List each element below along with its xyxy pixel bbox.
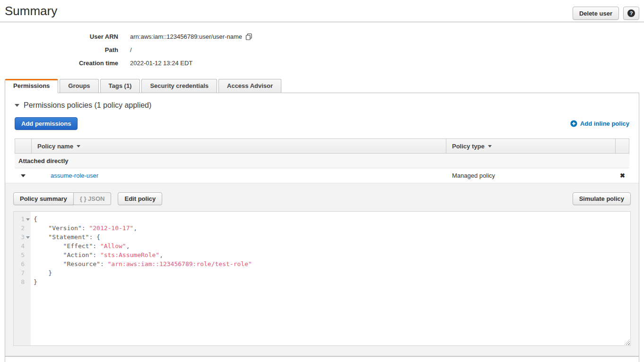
policy-detail-toolbar: Policy summary { } JSON Edit policy Simu… — [13, 192, 631, 205]
fold-arrow-icon — [26, 236, 30, 239]
delete-user-button[interactable]: Delete user — [573, 7, 619, 20]
user-info-row: Path / — [0, 43, 644, 56]
policy-table: Policy name Policy type Attached directl… — [15, 138, 629, 183]
code-line: 1 { — [14, 215, 630, 224]
policy-view-toggle: Policy summary { } JSON — [13, 192, 111, 205]
policy-summary-button[interactable]: Policy summary — [13, 192, 74, 205]
policy-table-header: Policy name Policy type — [15, 138, 629, 154]
edit-policy-button[interactable]: Edit policy — [118, 192, 162, 205]
policy-actions-row: Add permissions Add inline policy — [5, 116, 639, 130]
code-line: 5 "Action": "sts:AssumeRole", — [14, 250, 630, 259]
info-value: / — [130, 46, 132, 53]
code-text: "Action": "sts:AssumeRole", — [31, 250, 163, 259]
header-actions: Delete user ? — [573, 7, 639, 20]
info-value: 2022-01-12 13:24 EDT — [130, 60, 192, 67]
line-number: 3 — [14, 233, 31, 241]
permissions-tab-content: Permissions policies (1 policy applied) … — [5, 93, 639, 362]
user-info-row: User ARN arn:aws:iam::123456789:user/use… — [0, 30, 644, 43]
line-number: 8 — [14, 277, 31, 286]
line-number: 5 — [14, 250, 31, 259]
code-line: 8 } — [14, 277, 630, 286]
detach-policy-button[interactable]: ✖ — [616, 172, 629, 179]
page-header: Summary Delete user ? — [0, 0, 644, 22]
code-text: { — [31, 215, 37, 224]
user-info-row: Creation time 2022-01-12 13:24 EDT — [0, 56, 644, 69]
line-number: 1 — [14, 215, 31, 224]
code-text: "Effect": "Allow", — [31, 241, 130, 250]
json-policy-editor[interactable]: 1 { 2 "Version": "2012-10-17", 3 "Statem… — [13, 211, 631, 346]
policy-name-header-label: Policy name — [37, 143, 73, 150]
expand-column-header — [15, 138, 32, 154]
fold-arrow-icon — [26, 218, 30, 221]
section-collapse-icon — [15, 104, 19, 107]
help-icon: ? — [627, 9, 635, 17]
policy-type-column-header[interactable]: Policy type — [446, 138, 616, 154]
code-line: 7 } — [14, 268, 630, 277]
tab-security-credentials[interactable]: Security credentials — [141, 79, 217, 93]
code-line: 6 "Resource": "arn:aws:iam::123456789:ro… — [14, 259, 630, 268]
info-label: User ARN — [0, 33, 118, 40]
line-number: 7 — [14, 268, 31, 277]
info-value-text: / — [130, 46, 132, 53]
simulate-policy-button[interactable]: Simulate policy — [573, 192, 631, 205]
code-line: 4 "Effect": "Allow", — [14, 241, 630, 250]
add-inline-policy-link[interactable]: Add inline policy — [570, 120, 629, 127]
editor-resize-handle[interactable] — [624, 339, 630, 345]
tab-permissions[interactable]: Permissions — [5, 79, 58, 93]
tab-bar: Permissions Groups Tags (1) Security cre… — [5, 79, 644, 93]
tab-tags-1[interactable]: Tags (1) — [100, 79, 140, 93]
permissions-policies-title: Permissions policies (1 policy applied) — [24, 101, 151, 110]
policy-name-link[interactable]: assume-role-user — [51, 172, 98, 179]
info-label: Creation time — [0, 60, 118, 67]
row-expand-icon — [21, 174, 26, 177]
code-text: } — [31, 277, 37, 286]
help-button[interactable]: ? — [623, 7, 639, 20]
info-value-text: arn:aws:iam::123456789:user/user-name — [130, 33, 242, 40]
row-expand-toggle[interactable] — [15, 174, 32, 177]
code-text: } — [31, 268, 52, 277]
policy-type-header-label: Policy type — [452, 143, 485, 150]
code-text: "Version": "2012-10-17", — [31, 224, 137, 233]
line-number: 6 — [14, 259, 31, 268]
line-number: 2 — [14, 224, 31, 233]
plus-circle-icon — [570, 120, 577, 127]
policy-detail-panel: Policy summary { } JSON Edit policy Simu… — [5, 183, 639, 357]
add-inline-policy-label: Add inline policy — [580, 120, 629, 127]
actions-column-header — [616, 138, 629, 154]
add-permissions-button[interactable]: Add permissions — [15, 117, 78, 130]
policy-type-value: Managed policy — [446, 172, 616, 179]
page-title: Summary — [5, 4, 57, 18]
code-line: 3 "Statement": { — [14, 233, 630, 241]
policy-name-column-header[interactable]: Policy name — [32, 138, 446, 154]
attached-directly-group-row: Attached directly — [15, 154, 629, 168]
policy-rows: assume-role-user Managed policy ✖ — [15, 168, 629, 183]
policy-table-row: assume-role-user Managed policy ✖ — [15, 168, 629, 183]
tab-groups[interactable]: Groups — [60, 79, 98, 93]
line-number: 4 — [14, 241, 31, 250]
info-value: arn:aws:iam::123456789:user/user-name — [130, 33, 252, 40]
sort-arrow-icon — [77, 145, 80, 147]
code-line: 2 "Version": "2012-10-17", — [14, 224, 630, 233]
permissions-policies-section-toggle[interactable]: Permissions policies (1 policy applied) — [5, 93, 639, 116]
tab-access-advisor[interactable]: Access Advisor — [218, 79, 281, 93]
copy-icon[interactable] — [245, 33, 252, 40]
user-info-section: User ARN arn:aws:iam::123456789:user/use… — [0, 22, 644, 71]
code-text: "Statement": { — [31, 233, 100, 241]
code-text: "Resource": "arn:aws:iam::123456789:role… — [31, 259, 252, 268]
info-value-text: 2022-01-12 13:24 EDT — [130, 60, 192, 67]
sort-arrow-icon — [488, 145, 492, 147]
json-view-button[interactable]: { } JSON — [74, 192, 112, 205]
editor-code: 1 { 2 "Version": "2012-10-17", 3 "Statem… — [14, 212, 630, 286]
info-label: Path — [0, 46, 118, 53]
